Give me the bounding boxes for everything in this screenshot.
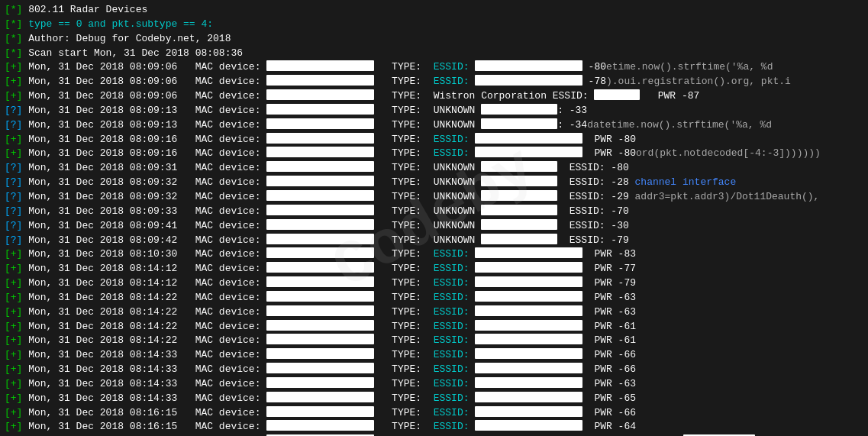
redacted-mac <box>266 161 373 172</box>
terminal-line: [?] Mon, 31 Dec 2018 08:09:41 MAC device… <box>5 219 863 234</box>
terminal: Codeby [*] 802.11 Radar Devices [*] type… <box>0 0 868 436</box>
redacted-essid <box>475 75 582 86</box>
redacted-essid <box>475 363 582 373</box>
prefix: [+] <box>5 247 22 262</box>
redacted-essid <box>475 406 582 417</box>
prefix: [+] <box>5 133 22 147</box>
redacted-essid <box>481 161 557 172</box>
terminal-line: [*] 802.11 Radar Devices <box>5 3 863 18</box>
terminal-line: [+] Mon, 31 Dec 2018 08:09:16 MAC device… <box>5 133 863 147</box>
prefix: [+] <box>5 377 22 392</box>
terminal-line: [?] Mon, 31 Dec 2018 08:09:13 MAC device… <box>5 104 863 118</box>
redacted-mac <box>266 75 373 86</box>
redacted-mac <box>266 392 373 402</box>
terminal-line: [?] Mon, 31 Dec 2018 08:09:31 MAC device… <box>5 161 863 176</box>
redacted-mac <box>266 305 373 316</box>
redacted-mac <box>266 133 373 144</box>
redacted-essid <box>475 60 582 71</box>
redacted-essid <box>475 276 582 287</box>
prefix: [?] <box>5 190 22 205</box>
terminal-line: [*] Author: Debug for Codeby.net, 2018 <box>5 32 863 47</box>
terminal-line: [+] Mon, 31 Dec 2018 08:14:33 MAC device… <box>5 392 863 406</box>
prefix: [+] <box>5 406 22 421</box>
terminal-line: [*] type == 0 and pkt.subtype == 4: <box>5 18 863 32</box>
terminal-line: [+] Mon, 31 Dec 2018 08:14:22 MAC device… <box>5 320 863 334</box>
prefix: [+] <box>5 363 22 377</box>
terminal-line: [+] Mon, 31 Dec 2018 08:14:12 MAC device… <box>5 276 863 291</box>
redacted-essid <box>475 348 582 359</box>
prefix: [?] <box>5 205 22 219</box>
redacted-essid <box>475 320 582 331</box>
redacted-essid <box>475 334 582 344</box>
redacted-mac <box>266 147 373 157</box>
terminal-line: [+] Mon, 31 Dec 2018 08:14:33 MAC device… <box>5 377 863 392</box>
prefix: [+] <box>5 262 22 276</box>
redacted-essid <box>481 234 557 244</box>
redacted-mac <box>266 291 373 302</box>
terminal-line: [+] Mon, 31 Dec 2018 08:14:22 MAC device… <box>5 334 863 348</box>
terminal-line: [+] Mon, 31 Dec 2018 08:16:15 MAC device… <box>5 420 863 434</box>
terminal-line: [+] Mon, 31 Dec 2018 08:14:22 MAC device… <box>5 305 863 320</box>
prefix: [+] <box>5 147 22 161</box>
terminal-line: [?] Mon, 31 Dec 2018 08:09:13 MAC device… <box>5 118 863 133</box>
redacted-mac <box>266 89 373 100</box>
terminal-line: [+] Mon, 31 Dec 2018 08:09:06 MAC device… <box>5 75 863 89</box>
prefix: [+] <box>5 305 22 320</box>
terminal-line: [+] Mon, 31 Dec 2018 08:10:30 MAC device… <box>5 247 863 262</box>
redacted-essid <box>475 305 582 316</box>
redacted-essid <box>481 118 557 129</box>
redacted-mac <box>266 234 373 244</box>
prefix: [?] <box>5 176 22 190</box>
redacted-mac <box>266 348 373 359</box>
prefix: [+] <box>5 392 22 406</box>
redacted-mac <box>266 377 373 388</box>
prefix: [?] <box>5 118 22 133</box>
prefix: [+] <box>5 276 22 291</box>
redacted-mac <box>266 320 373 331</box>
redacted-essid <box>475 392 582 402</box>
redacted-essid <box>481 176 557 186</box>
prefix: [+] <box>5 320 22 334</box>
redacted-mac <box>266 247 373 258</box>
redacted-essid <box>475 377 582 388</box>
prefix: [*] <box>5 3 22 18</box>
prefix: [?] <box>5 104 22 118</box>
redacted-essid <box>475 133 582 144</box>
terminal-line: [?] Mon, 31 Dec 2018 08:09:42 MAC device… <box>5 234 863 248</box>
terminal-line: [+] Mon, 31 Dec 2018 08:14:33 MAC device… <box>5 348 863 363</box>
redacted-essid <box>481 104 557 115</box>
redacted-mac <box>266 262 373 273</box>
terminal-line: [+] Mon, 31 Dec 2018 08:09:06 MAC device… <box>5 89 863 104</box>
redacted-essid <box>481 190 557 201</box>
redacted-mac <box>266 334 373 344</box>
prefix: [+] <box>5 291 22 305</box>
redacted-mac <box>266 118 373 129</box>
redacted-essid <box>475 262 582 273</box>
redacted-mac <box>266 60 373 71</box>
redacted-mac <box>266 176 373 186</box>
prefix: [*] <box>5 32 22 47</box>
redacted-mac <box>266 276 373 287</box>
redacted-mac <box>266 104 373 115</box>
redacted-essid <box>475 247 582 258</box>
prefix: [*] <box>5 18 22 32</box>
terminal-line: [?] Mon, 31 Dec 2018 08:09:33 MAC device… <box>5 205 863 219</box>
terminal-line: [*] Scan start Mon, 31 Dec 2018 08:08:36 <box>5 47 863 61</box>
prefix: [+] <box>5 60 22 75</box>
redacted-essid <box>481 205 557 215</box>
prefix: [+] <box>5 420 22 434</box>
terminal-line: [+] Mon, 31 Dec 2018 08:09:06 MAC device… <box>5 60 863 75</box>
redacted-mac <box>266 219 373 230</box>
redacted-essid <box>594 89 640 100</box>
terminal-line: [?] Mon, 31 Dec 2018 08:09:32 MAC device… <box>5 190 863 205</box>
prefix: [+] <box>5 75 22 89</box>
prefix: [?] <box>5 219 22 234</box>
redacted-essid <box>475 420 582 431</box>
redacted-essid <box>475 291 582 302</box>
redacted-essid <box>475 147 582 157</box>
prefix: [+] <box>5 89 22 104</box>
terminal-line: [+] Mon, 31 Dec 2018 08:14:22 MAC device… <box>5 291 863 305</box>
prefix: [+] <box>5 334 22 348</box>
prefix: [?] <box>5 161 22 176</box>
redacted-mac <box>266 420 373 431</box>
